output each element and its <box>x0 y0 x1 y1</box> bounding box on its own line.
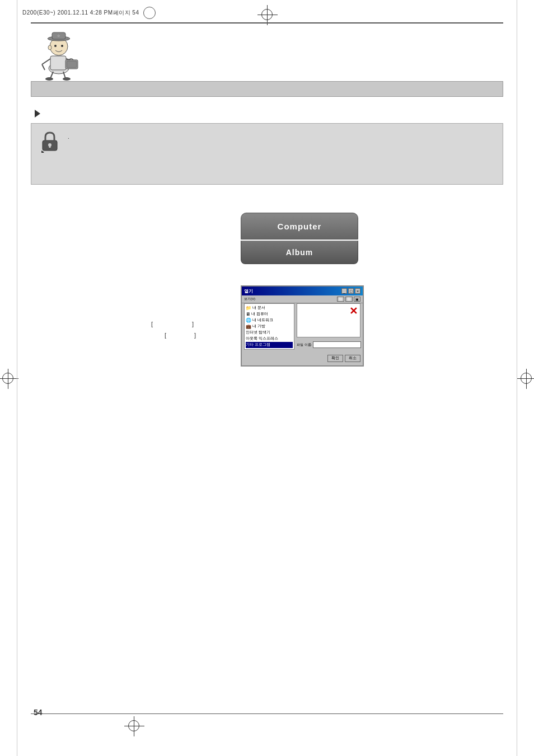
registration-mark-left <box>2 373 13 384</box>
header-circle-mark <box>143 7 156 19</box>
dialog-close-btn[interactable]: × <box>355 288 360 294</box>
item-label-7: 기타 프로그램 <box>246 342 270 348</box>
content-bottom-line <box>31 713 503 714</box>
toolbar-label: 보기(V) <box>244 297 255 302</box>
header-bar: D200(E30~) 2001.12.11 4:28 PM페이지 54 <box>22 7 512 19</box>
right-border-line <box>517 0 517 756</box>
registration-mark-bottom <box>128 720 139 731</box>
dialog-item-2[interactable]: 🖥 내 컴퓨터 <box>246 311 293 317</box>
filename-label: 파일 이름: <box>297 342 312 348</box>
item-label-2: 내 컴퓨터 <box>251 312 268 317</box>
toolbar-btn2[interactable]: ⬜ <box>345 297 353 302</box>
item-label-5: 인터넷 탐색기 <box>246 330 270 335</box>
album-button[interactable]: Album <box>241 241 358 264</box>
bracket-open-1: [ <box>151 319 153 330</box>
toolbar-btn3[interactable]: ▣ <box>354 297 360 302</box>
x-mark: ✕ <box>349 306 358 316</box>
bracket-line-2: [ ] <box>165 330 196 341</box>
svg-point-15 <box>61 45 63 47</box>
filename-input[interactable] <box>313 341 361 348</box>
computer-button-label: Computer <box>278 222 322 231</box>
svg-marker-21 <box>41 151 44 153</box>
bracket-line-1: [ ] <box>151 319 196 330</box>
svg-rect-5 <box>50 56 66 70</box>
dialog-title-text: 열기 <box>244 288 253 294</box>
dialog-minimize-btn[interactable]: _ <box>341 288 347 294</box>
album-button-label: Album <box>286 248 313 257</box>
character-illustration: ☆ <box>31 28 98 84</box>
svg-line-1 <box>50 72 53 78</box>
info-dot: . <box>68 134 69 140</box>
folder-icon-1: 📁 <box>246 306 251 311</box>
dialog-title-buttons: _ □ × <box>341 288 360 294</box>
left-border-line <box>17 0 17 756</box>
dialog-item-7[interactable]: 기타 프로그램 <box>246 342 293 348</box>
svg-line-7 <box>42 64 45 70</box>
triangle-bullet <box>35 110 40 118</box>
item-label-1: 내 문서 <box>252 306 265 311</box>
svg-point-16 <box>48 45 51 50</box>
dialog-toolbar: 보기(V) ⬜ ⬜ ▣ <box>242 295 363 303</box>
svg-point-14 <box>54 45 57 47</box>
folder-icon-3: 🌐 <box>246 318 251 323</box>
lock-icon-container <box>38 129 62 153</box>
dialog-cancel-button[interactable]: 취소 <box>345 355 360 362</box>
dialog-screenshot: 열기 _ □ × 보기(V) ⬜ ⬜ ▣ 📁 내 문서 🖥 내 컴퓨터 <box>241 285 364 367</box>
dialog-titlebar: 열기 _ □ × <box>242 287 363 295</box>
toolbar-buttons: ⬜ ⬜ ▣ <box>337 297 360 302</box>
folder-icon-2: 🖥 <box>246 312 250 317</box>
character-svg: ☆ <box>31 28 87 81</box>
dialog-buttons-row: 확인 취소 <box>297 355 360 362</box>
bracket-close-2: ] <box>194 330 196 341</box>
item-label-3: 내 네트워크 <box>252 318 273 323</box>
svg-rect-10 <box>67 61 77 68</box>
info-box: . <box>31 123 503 185</box>
dialog-item-1[interactable]: 📁 내 문서 <box>246 305 293 311</box>
folder-icon-4: 💼 <box>246 324 251 329</box>
dialog-maximize-btn[interactable]: □ <box>348 288 354 294</box>
dialog-filename-row: 파일 이름: <box>297 340 360 350</box>
item-label-6: 아웃룩 익스프레스 <box>246 336 278 341</box>
dialog-item-4[interactable]: 💼 내 가방 <box>246 323 293 330</box>
toolbar-btn1[interactable]: ⬜ <box>337 297 344 302</box>
bracket-open-2: [ <box>165 330 166 341</box>
ui-screenshot-area: Computer Album <box>241 213 364 264</box>
bracket-text-area: [ ] [ ] <box>151 319 196 341</box>
dialog-file-list: 📁 내 문서 🖥 내 컴퓨터 🌐 내 네트워크 💼 내 가방 인터넷 탐색기 아… <box>244 303 294 350</box>
registration-mark-right <box>521 373 532 384</box>
svg-rect-20 <box>49 145 51 148</box>
dialog-item-5[interactable]: 인터넷 탐색기 <box>246 330 293 336</box>
bracket-close-1: ] <box>192 319 194 330</box>
dialog-item-6[interactable]: 아웃룩 익스프레스 <box>246 336 293 342</box>
dialog-item-3[interactable]: 🌐 내 네트워크 <box>246 317 293 323</box>
content-top-line <box>31 22 503 24</box>
page-number: 54 <box>34 708 43 717</box>
svg-point-3 <box>45 77 53 81</box>
dialog-preview-area: ✕ <box>297 303 360 337</box>
dialog-content: 보기(V) ⬜ ⬜ ▣ 📁 내 문서 🖥 내 컴퓨터 🌐 내 네트워크 💼 <box>242 295 363 365</box>
info-box-text: . <box>68 133 494 142</box>
gray-banner <box>31 81 503 97</box>
header-text: D200(E30~) 2001.12.11 4:28 PM페이지 54 <box>22 9 139 17</box>
lock-icon <box>38 129 62 153</box>
item-label-4: 내 가방 <box>252 324 265 329</box>
svg-text:☆: ☆ <box>57 34 60 37</box>
dialog-ok-button[interactable]: 확인 <box>327 355 343 362</box>
computer-button[interactable]: Computer <box>241 213 358 240</box>
svg-line-6 <box>42 59 50 64</box>
svg-point-4 <box>63 77 71 81</box>
